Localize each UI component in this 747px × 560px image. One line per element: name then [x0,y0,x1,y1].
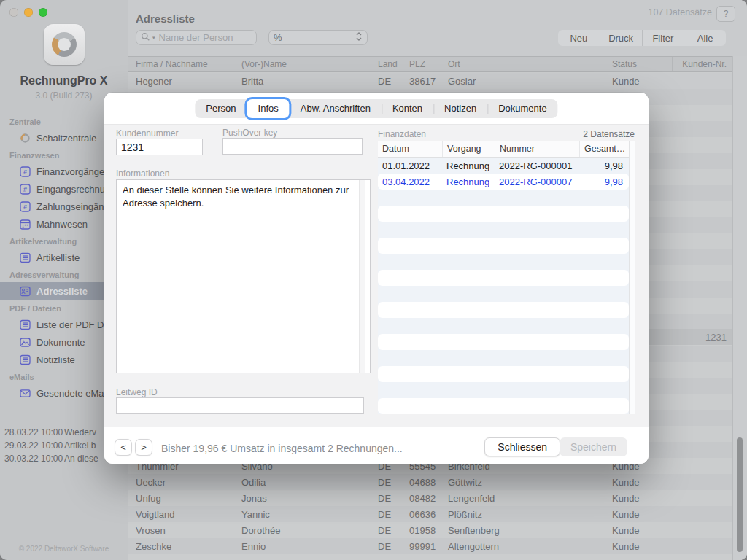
finanzdaten-empty-row [378,270,629,286]
contact-icon [20,286,31,297]
calendar-icon [20,219,31,230]
table-row[interactable]: HegenerBrittaDE38617GoslarKunde [128,73,747,89]
cell-land: DE [378,525,409,536]
minimize-button[interactable] [24,8,33,17]
table-header: Firma / Nachname(Vor-)NameLandPLZOrtStat… [128,56,747,72]
svg-text:#: # [23,203,27,210]
column-header-ort[interactable]: Ort [448,59,612,69]
kundennummer-label: Kundennummer [116,128,178,139]
table-row[interactable]: UnfugJonasDE08482LengenfeldKunde [128,490,747,506]
dialog-footer: < > Bisher 19,96 € Umsatz in insgesamt 2… [104,427,649,464]
stepper-chevrons-icon [355,31,363,44]
toolbar-button-group: NeuDruckFilterAlle [558,30,726,46]
filter-button[interactable]: Filter [642,30,684,46]
informationen-textarea[interactable]: An dieser Stelle können Sie weitere Info… [116,179,371,373]
fin-cell-gesamt: 9,98 [579,160,629,171]
kundennummer-field[interactable] [116,139,203,155]
finanzdaten-empty-row [378,398,629,414]
tab-abw-anschriften[interactable]: Abw. Anschriften [290,99,382,118]
cell-plz: 99991 [409,541,448,552]
search-input[interactable] [158,31,241,44]
finanzdaten-row[interactable]: 03.04.2022Rechnung2022-RG-0000079,98 [378,174,629,190]
column-header-vor-name[interactable]: (Vor-)Name [241,59,378,69]
tab-konten[interactable]: Konten [382,99,433,118]
save-button[interactable]: Speichern [560,438,627,456]
close-dialog-button[interactable]: Schliessen [484,438,560,456]
help-button[interactable]: ? [716,6,735,22]
fin-column-gesamt[interactable]: Gesamt… [579,141,629,157]
sidebar-item-label: Schaltzentrale [36,133,96,144]
record-count: 107 Datensätze [648,7,712,18]
table-row[interactable]: ZeschkeEnnioDE99991AltengotternKunde [128,538,747,554]
column-header-plz[interactable]: PLZ [409,59,448,69]
table-row[interactable]: UeckerOdiliaDE04688GöttwitzKunde [128,474,747,490]
fin-column-datum[interactable]: Datum [378,141,442,157]
cell-kundennr: 1231 [672,332,727,343]
leitweg-field[interactable] [116,397,364,414]
finanzdaten-empty-row [378,254,629,270]
app-title: RechnungPro X [0,74,128,88]
cell-status: Kunde [612,541,672,552]
tab-dokumente[interactable]: Dokumente [487,99,557,118]
tab-infos[interactable]: Infos [247,99,290,118]
wildcard-select[interactable]: % [268,30,368,45]
next-record-button[interactable]: > [135,439,152,456]
vertical-scrollbar-thumb[interactable] [737,438,743,552]
fin-column-nummer[interactable]: Nummer [495,141,579,157]
fin-column-vorgang[interactable]: Vorgang [442,141,495,157]
finanzdaten-empty-row [378,206,629,222]
wildcard-select-value: % [274,32,355,43]
finanzdaten-label: Finanzdaten [378,129,426,139]
search-field[interactable]: ▾ [136,30,257,45]
cell-name: Hegener [136,76,241,87]
leitweg-label: Leitweg ID [116,387,158,397]
druck-button[interactable]: Druck [600,30,642,46]
cell-status: Kunde [612,525,672,536]
cell-ort: Goslar [448,76,612,87]
alle-button[interactable]: Alle [684,30,726,46]
finanzdaten-row[interactable]: 01.01.2022Rechnung2022-RG-0000019,98 [378,158,629,174]
finanzdaten-empty-row [378,318,629,334]
cell-plz: 01958 [409,525,448,536]
cell-vorname: Jonas [241,493,378,504]
neu-button[interactable]: Neu [558,30,600,46]
finanzdaten-empty-row [378,286,629,302]
cell-name: Zeschke [136,541,241,552]
column-header-status[interactable]: Status [612,59,672,69]
list-icon [20,252,31,263]
cell-status: Kunde [612,477,672,488]
fin-cell-nummer: 2022-RG-000007 [495,176,579,187]
page-title: Adressliste [136,12,195,25]
cell-plz: 06636 [409,509,448,520]
dialog-status-text: Bisher 19,96 € Umsatz in insgesamt 2 Rec… [161,443,403,454]
tab-person[interactable]: Person [195,99,247,118]
cell-vorname: Dorothée [241,525,378,536]
image-icon [20,337,31,348]
pushover-field[interactable] [222,138,363,155]
tab-notizen[interactable]: Notizen [433,99,487,118]
svg-text:#: # [23,185,27,192]
column-header-kunden-nr[interactable]: Kunden-Nr. [672,57,727,71]
previous-record-button[interactable]: < [115,439,132,456]
sidebar-item-label: Dokumente [36,337,85,348]
fin-cell-vorgang: Rechnung [442,176,495,187]
column-header-land[interactable]: Land [378,59,409,69]
finanzdaten-scrollbar-track [629,141,635,414]
list-icon [20,354,31,365]
fin-cell-gesamt: 9,98 [579,176,629,187]
sidebar-item-label: Gesendete eMails [36,388,113,399]
table-row[interactable]: VrosenDorothéeDE01958SenftenbergKunde [128,522,747,538]
pushover-label: PushOver key [222,128,277,138]
column-header-firma-nachname[interactable]: Firma / Nachname [136,59,241,69]
sidebar-item-label: Mahnwesen [36,219,88,230]
table-row[interactable]: VoigtlandYannicDE06636PlößnitzKunde [128,506,747,522]
cell-ort: Göttwitz [448,477,612,488]
close-button[interactable] [9,8,18,17]
sidebar-item-label: Zahlungseingänge [36,201,115,212]
cell-status: Kunde [612,509,672,520]
fin-cell-nummer: 2022-RG-000001 [495,160,579,171]
cell-vorname: Odilia [241,477,378,488]
zoom-button[interactable] [39,8,47,17]
finanzdaten-empty-row [378,302,629,318]
sidebar-item-label: Adressliste [36,286,88,297]
